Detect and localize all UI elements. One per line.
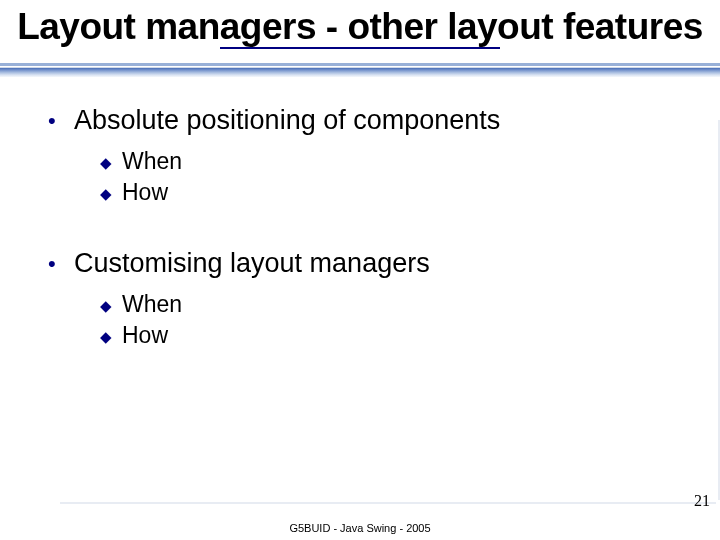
diamond-icon: ◆ [100,153,122,173]
bullet-dot-icon: • [48,253,74,275]
subbullet-group: ◆ When ◆ How [100,146,700,208]
page-number: 21 [694,492,710,510]
diamond-icon: ◆ [100,184,122,204]
content-area: • Absolute positioning of components ◆ W… [0,77,720,351]
bullet-text: Absolute positioning of components [74,105,500,136]
decorative-edge [60,502,716,504]
bullet-text: Customising layout managers [74,248,430,279]
bullet-level2: ◆ How [100,320,700,351]
header-rule [0,63,720,77]
diamond-icon: ◆ [100,296,122,316]
subbullet-text: How [122,177,168,208]
subbullet-text: How [122,320,168,351]
bullet-level2: ◆ When [100,289,700,320]
footer-text: G5BUID - Java Swing - 2005 [0,522,720,534]
rule-gradient [0,66,720,77]
slide-title: Layout managers - other layout features [12,6,708,49]
diamond-icon: ◆ [100,327,122,347]
title-block: Layout managers - other layout features [0,0,720,49]
subbullet-text: When [122,289,182,320]
subbullet-group: ◆ When ◆ How [100,289,700,351]
subbullet-text: When [122,146,182,177]
bullet-level1: • Absolute positioning of components [48,105,700,136]
bullet-level1: • Customising layout managers [48,248,700,279]
slide: Layout managers - other layout features … [0,0,720,540]
bullet-level2: ◆ When [100,146,700,177]
bullet-level2: ◆ How [100,177,700,208]
bullet-dot-icon: • [48,110,74,132]
